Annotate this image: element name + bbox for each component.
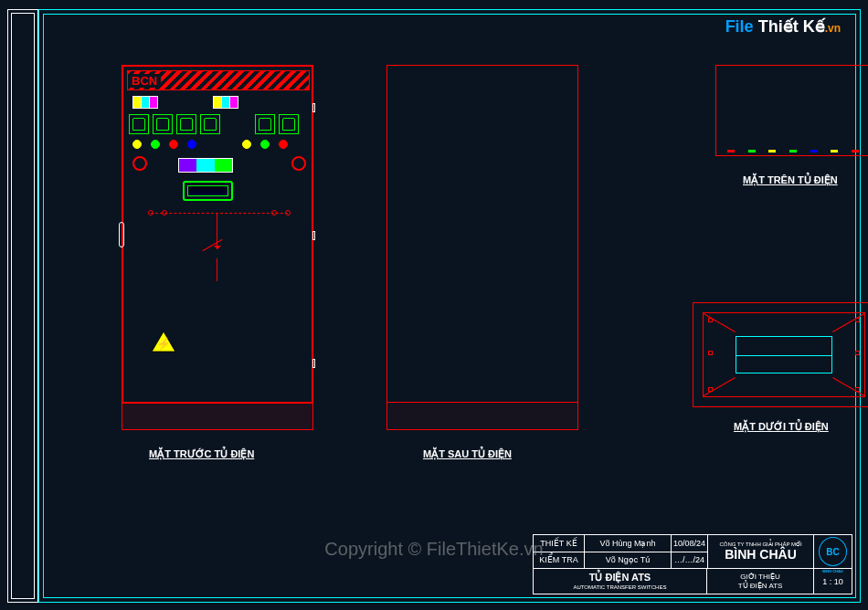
mounting-hole <box>855 318 860 322</box>
svg-text:⚡: ⚡ <box>156 337 172 352</box>
door-handle <box>119 222 124 247</box>
mounting-hole <box>855 387 860 392</box>
analog-gauge <box>153 114 173 134</box>
panel-plinth <box>122 402 312 429</box>
mounting-hole <box>855 351 860 355</box>
design-label: THIẾT KẾ <box>534 535 584 552</box>
check-date: …/…/24 <box>671 552 707 569</box>
selector-panel <box>178 158 233 173</box>
analog-gauge <box>255 114 275 134</box>
indicator-lamp <box>260 140 270 149</box>
analog-gauge-row <box>129 114 299 134</box>
indicator-lamp <box>169 140 178 149</box>
designer-name: Võ Hùng Mạnh <box>584 535 671 552</box>
title-block: THIẾT KẾ Võ Hùng Mạnh 10/08/24 KIỂM TRA … <box>533 534 852 594</box>
view-label-bottom: MẶT DƯỚI TỦ ĐIỆN <box>734 421 829 433</box>
company-logo-icon: BC <box>819 537 847 566</box>
company-name: BÌNH CHÂU <box>725 548 797 562</box>
watermark-logo: File Thiết Kế.vn <box>725 16 841 37</box>
view-label-back: MẶT SAU TỦ ĐIỆN <box>423 448 512 460</box>
drawing-subtitle: AUTOMATIC TRANSFER SWITCHES <box>573 584 666 591</box>
indicator-lamp <box>187 140 196 149</box>
mounting-hole <box>708 387 713 392</box>
view-label-front: MẶT TRƯỚC TỦ ĐIỆN <box>149 448 254 460</box>
digital-meter <box>132 96 158 109</box>
design-date: 10/08/24 <box>671 535 707 552</box>
high-voltage-warning-icon: ⚡ <box>151 331 176 352</box>
sheet-desc-2: TỦ ĐIỆN ATS <box>738 582 783 591</box>
bottom-view <box>693 302 868 407</box>
binding-strip <box>7 9 38 603</box>
busbar-indicators <box>721 150 865 152</box>
drawing-border: BCN <box>38 9 861 603</box>
door-hinge <box>312 103 315 112</box>
panel-plinth <box>387 402 577 429</box>
analog-gauge <box>176 114 196 134</box>
mounting-hole <box>708 351 713 355</box>
indicator-lamp <box>151 140 160 149</box>
digital-meter-row <box>132 96 238 109</box>
drawing-title: TỦ ĐIỆN ATS <box>589 572 651 584</box>
front-elevation: BCN <box>122 65 313 430</box>
check-label: KIỂM TRA <box>534 552 584 569</box>
indicator-lamp <box>279 140 288 149</box>
mounting-hole <box>708 318 713 322</box>
analog-gauge <box>129 114 149 134</box>
indicator-lamp-row <box>132 140 288 149</box>
digital-meter <box>213 96 238 109</box>
checker-name: Võ Ngọc Tú <box>584 552 671 569</box>
brand-logo: BCN <box>128 74 161 88</box>
cable-gland-plate <box>736 336 832 373</box>
top-view <box>715 65 868 156</box>
back-elevation <box>386 65 578 430</box>
pushbutton-red <box>291 156 306 171</box>
door-hinge <box>312 359 315 368</box>
pushbutton-red <box>132 156 147 171</box>
indicator-lamp <box>132 140 142 149</box>
ats-controller <box>183 181 233 201</box>
panel-header-stripes: BCN <box>127 70 310 90</box>
view-label-top: MẶT TRÊN TỦ ĐIỆN <box>743 174 838 186</box>
analog-gauge <box>279 114 299 134</box>
door-hinge <box>312 231 315 240</box>
indicator-lamp <box>242 140 251 149</box>
transfer-switch-schematic <box>151 208 288 281</box>
analog-gauge <box>200 114 220 134</box>
sheet-desc-1: GIỚI THIỆU <box>740 573 779 582</box>
